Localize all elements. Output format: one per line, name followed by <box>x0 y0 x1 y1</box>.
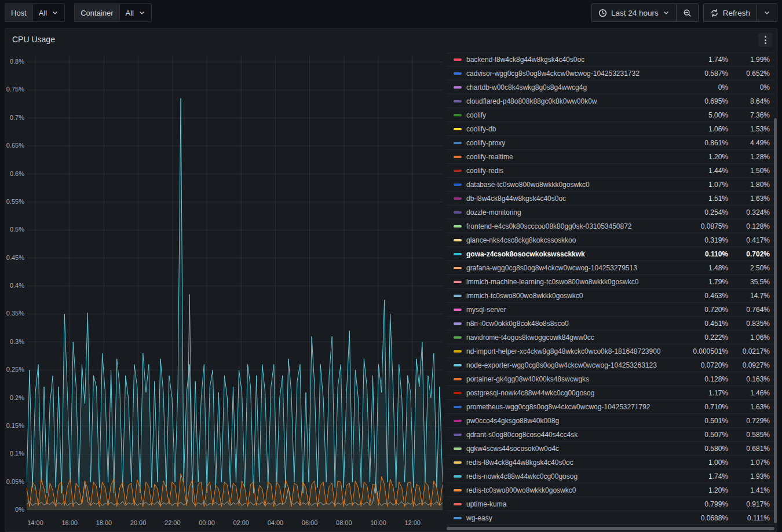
legend-row[interactable]: immich-tc0swo800wo8wkkk0goswkc00.463%14.… <box>447 289 774 303</box>
legend-row[interactable]: pw0cco4s4gksgo88w40k008g0.501%0.729% <box>447 414 774 428</box>
legend-row[interactable]: cloudflared-p48o808k88gc0k8k0ww00k0w0.69… <box>447 94 774 108</box>
legend-row[interactable]: backend-l8w4ck8g44w8kgsk4c40s0oc1.74%1.9… <box>447 53 774 67</box>
series-name: portainer-gk4gg08w40k00ks48swcwgks <box>466 375 679 383</box>
series-name: mysql-server <box>466 306 679 314</box>
series-name: database-tc0swo800wo8wkkk0goswkc0 <box>466 181 679 189</box>
series-max-value: 1.28% <box>728 153 770 161</box>
series-name: qgkw4scws44socosok0w0o4c <box>466 445 679 453</box>
series-color-swatch <box>454 420 462 422</box>
series-color-swatch <box>454 253 462 255</box>
legend-row[interactable]: coolify-proxy0.861%4.49% <box>447 136 774 150</box>
legend-row[interactable]: qdrant-s0og80cog8coso440s4cc4sk0.507%0.5… <box>447 428 774 442</box>
legend-row[interactable]: glance-nks4csc8ckg8kokcssoskkoo0.319%0.4… <box>447 233 774 247</box>
legend-row[interactable]: qgkw4scws44socosok0w0o4c0.580%0.681% <box>447 442 774 456</box>
legend-row[interactable]: database-tc0swo800wo8wkkk0goswkc01.07%1.… <box>447 178 774 192</box>
legend-horizontal-scrollbar[interactable] <box>447 527 774 530</box>
series-mean-value: 1.74% <box>679 56 728 64</box>
series-max-value: 1.63% <box>728 195 770 203</box>
series-max-value: 0.0217% <box>728 347 770 355</box>
x-axis-tick: 14:00 <box>21 519 50 526</box>
series-color-swatch <box>454 267 462 269</box>
series-name: qdrant-s0og80cog8coso440s4cc4sk <box>466 431 679 439</box>
series-max-value: 0.163% <box>728 375 770 383</box>
series-max-value: 35.5% <box>728 278 770 286</box>
series-mean-value: 0.580% <box>679 445 728 453</box>
series-mean-value: 0.710% <box>679 403 728 411</box>
series-name: postgresql-nowk4c88w44wkc0cg00gosog <box>466 389 679 397</box>
legend-row[interactable]: redis-tc0swo800wo8wkkk0goswkc01.20%1.41% <box>447 483 774 497</box>
series-color-swatch <box>454 322 462 325</box>
legend-row[interactable]: cadvisor-wgg0cg8s0og8w4ckcw0wcwog-104253… <box>447 67 774 80</box>
zoom-out-button[interactable] <box>677 3 699 22</box>
series-mean-value: 1.74% <box>679 472 728 480</box>
legend-row[interactable]: coolify-redis1.44%1.50% <box>447 164 774 178</box>
dashboard-toolbar: Host All Container All Last 24 hours <box>0 0 782 25</box>
host-variable-select[interactable]: All <box>32 3 65 22</box>
legend-row[interactable]: node-exporter-wgg0cg8s0og8w4ckcw0wcwog-1… <box>447 358 774 372</box>
legend-row[interactable]: uptime-kuma0.799%0.917% <box>447 497 774 511</box>
zoom-out-icon <box>683 9 692 17</box>
time-range-button[interactable]: Last 24 hours <box>591 3 677 22</box>
series-max-value: 8.64% <box>728 97 770 105</box>
series-color-swatch <box>454 309 462 311</box>
legend-row[interactable]: nd-import-helper-xc4ckw8g8g48wkckc0wco0k… <box>447 344 774 358</box>
series-max-value: 1.99% <box>728 56 770 64</box>
legend-row[interactable]: frontend-e4cs0k80scccoo08k80gg0sk-031053… <box>447 219 774 233</box>
series-max-value: 1.50% <box>728 167 770 175</box>
series-color-swatch <box>454 350 462 353</box>
series-max-value: 7.36% <box>728 111 770 119</box>
host-variable-label: Host <box>5 3 32 22</box>
series-fill <box>27 98 443 510</box>
legend-row[interactable]: coolify5.00%7.36% <box>447 108 774 122</box>
legend-row[interactable]: prometheus-wgg0cg8s0og8w4ckcw0wcwog-1042… <box>447 400 774 414</box>
cpu-chart-canvas[interactable] <box>27 56 443 515</box>
legend-row[interactable]: postgresql-nowk4c88w44wkc0cg00gosog1.17%… <box>447 386 774 400</box>
legend-vertical-scrollbar[interactable] <box>774 118 777 523</box>
container-variable-select[interactable]: All <box>119 3 152 22</box>
panel-menu-button[interactable] <box>758 33 772 47</box>
clock-icon <box>598 9 607 17</box>
legend-row[interactable]: gowa-z4csok8osocwkokswssckkwk0.110%0.702… <box>447 247 774 261</box>
y-axis-tick: 0.4% <box>5 282 24 289</box>
legend-row[interactable]: navidrome-t4ogos8kwoggcowk84gww0cc0.222%… <box>447 331 774 344</box>
y-axis-tick: 0.5% <box>5 226 24 233</box>
legend-row[interactable]: dozzle-monitoring0.254%0.324% <box>447 206 774 219</box>
series-max-value: 14.7% <box>728 292 770 300</box>
legend-row[interactable]: grafana-wgg0cg8s0og8w4ckcw0wcwog-1042532… <box>447 261 774 275</box>
series-mean-value: 1.07% <box>679 181 728 189</box>
legend-row[interactable]: portainer-gk4gg08w40k00ks48swcwgks0.128%… <box>447 372 774 386</box>
series-color-swatch <box>454 447 462 450</box>
refresh-group: Refresh <box>703 3 777 22</box>
legend-row[interactable]: n8n-i0cw0okk0g8cok48o8s8sco00.451%0.835% <box>447 317 774 331</box>
y-axis-tick: 0.35% <box>5 310 24 317</box>
series-color-swatch <box>454 434 462 436</box>
x-axis-tick: 08:00 <box>330 519 359 526</box>
legend-row[interactable]: chartdb-w00c8k4swkg8g0s8g4wwcg4g0%0% <box>447 80 774 94</box>
legend-row[interactable]: wg-easy0.0688%0.111% <box>447 511 774 525</box>
series-name: pw0cco4s4gksgo88w40k008g <box>466 417 679 425</box>
series-mean-value: 1.00% <box>679 458 728 467</box>
legend-row[interactable]: coolify-realtime1.20%1.28% <box>447 150 774 164</box>
series-max-value: 0.681% <box>728 445 770 453</box>
y-axis-tick: 0.75% <box>5 86 24 93</box>
legend-row[interactable]: redis-nowk4c88w44wkc0cg00gosog1.74%1.93% <box>447 469 774 483</box>
series-color-swatch <box>454 170 462 172</box>
legend-row[interactable]: redis-l8w4ck8g44w8kgsk4c40s0oc1.00%1.07% <box>447 456 774 469</box>
x-axis-tick: 10:00 <box>364 519 393 526</box>
refresh-interval-button[interactable] <box>757 3 777 22</box>
container-variable-label: Container <box>74 3 119 22</box>
series-max-value: 1.63% <box>728 403 770 411</box>
legend-row[interactable]: coolify-db1.06%1.53% <box>447 122 774 136</box>
series-name: coolify-redis <box>466 167 679 175</box>
refresh-button[interactable]: Refresh <box>703 3 757 22</box>
legend-row[interactable]: immich-machine-learning-tc0swo800wo8wkkk… <box>447 275 774 289</box>
legend-row[interactable]: db-l8w4ck8g44w8kgsk4c40s0oc1.51%1.63% <box>447 192 774 206</box>
y-axis-tick: 0.05% <box>5 478 24 485</box>
legend-row[interactable]: mysql-server0.720%0.764% <box>447 303 774 317</box>
series-name: cadvisor-wgg0cg8s0og8w4ckcw0wcwog-104253… <box>466 69 679 78</box>
series-mean-value: 1.48% <box>679 264 728 272</box>
x-axis-tick: 02:00 <box>226 519 255 526</box>
series-max-value: 1.06% <box>728 333 770 342</box>
series-max-value: 1.80% <box>728 181 770 189</box>
panel-title[interactable]: CPU Usage <box>12 35 55 44</box>
